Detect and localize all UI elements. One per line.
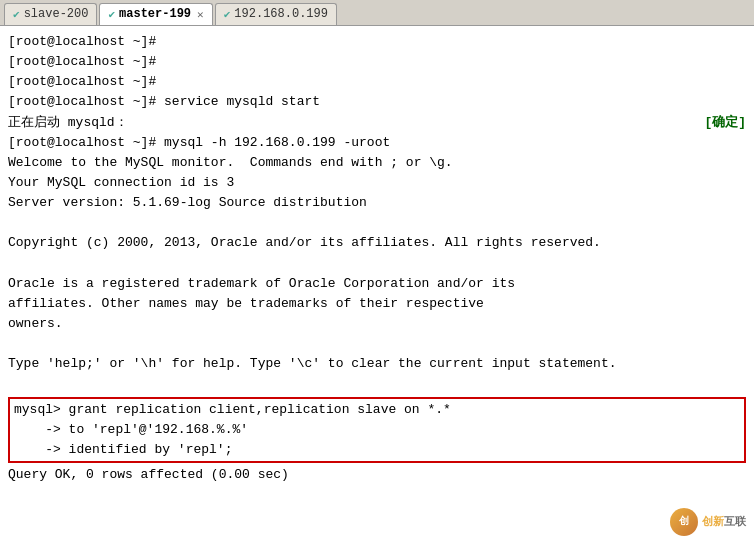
term-line-oracle-1: Oracle is a registered trademark of Orac… (8, 274, 746, 294)
tab-ip-199[interactable]: ✔ 192.168.0.199 (215, 3, 337, 25)
term-line-3: [root@localhost ~]# (8, 72, 746, 92)
term-blank-2 (8, 254, 746, 274)
term-blank-4 (8, 374, 746, 394)
term-line-version: Server version: 5.1.69-log Source distri… (8, 193, 746, 213)
tab-label-slave: slave-200 (24, 7, 89, 21)
tab-close-master[interactable]: ✕ (197, 8, 204, 21)
watermark-brand: 创新互联 (702, 513, 746, 530)
term-line-connid: Your MySQL connection id is 3 (8, 173, 746, 193)
tab-slave-200[interactable]: ✔ slave-200 (4, 3, 97, 25)
term-line-copyright: Copyright (c) 2000, 2013, Oracle and/or … (8, 233, 746, 253)
term-line-mysql-cmd: [root@localhost ~]# mysql -h 192.168.0.1… (8, 133, 746, 153)
watermark-logo-text: 创 (679, 514, 689, 530)
terminal-area[interactable]: [root@localhost ~]# [root@localhost ~]# … (0, 26, 754, 544)
tab-check-ip: ✔ (224, 8, 231, 21)
cmd-line-2: -> to 'repl'@'192.168.%.%' (14, 420, 740, 440)
tab-check-master: ✔ (108, 8, 115, 21)
term-line-2: [root@localhost ~]# (8, 52, 746, 72)
term-line-welcome: Welcome to the MySQL monitor. Commands e… (8, 153, 746, 173)
tab-master-199[interactable]: ✔ master-199 ✕ (99, 3, 212, 25)
watermark-logo: 创 (670, 508, 698, 536)
cmd-line-3: -> identified by 'repl'; (14, 440, 740, 460)
term-line-help: Type 'help;' or '\h' for help. Type '\c'… (8, 354, 746, 374)
starting-text: 正在启动 mysqld： (8, 113, 128, 133)
cmd-line-1: mysql> grant replication client,replicat… (14, 400, 740, 420)
tab-bar: ✔ slave-200 ✔ master-199 ✕ ✔ 192.168.0.1… (0, 0, 754, 26)
term-blank-3 (8, 334, 746, 354)
term-line-1: [root@localhost ~]# (8, 32, 746, 52)
term-blank-1 (8, 213, 746, 233)
term-line-oracle-3: owners. (8, 314, 746, 334)
tab-check-slave: ✔ (13, 8, 20, 21)
query-result: Query OK, 0 rows affected (0.00 sec) (8, 465, 746, 485)
watermark: 创 创新互联 (670, 508, 746, 536)
tab-label-master: master-199 (119, 7, 191, 21)
starting-mysqld-line: 正在启动 mysqld： [确定] (8, 113, 746, 133)
command-block: mysql> grant replication client,replicat… (8, 397, 746, 463)
confirm-bracket: [确定] (704, 113, 746, 133)
term-line-4: [root@localhost ~]# service mysqld start (8, 92, 746, 112)
term-line-oracle-2: affiliates. Other names may be trademark… (8, 294, 746, 314)
tab-label-ip: 192.168.0.199 (234, 7, 328, 21)
